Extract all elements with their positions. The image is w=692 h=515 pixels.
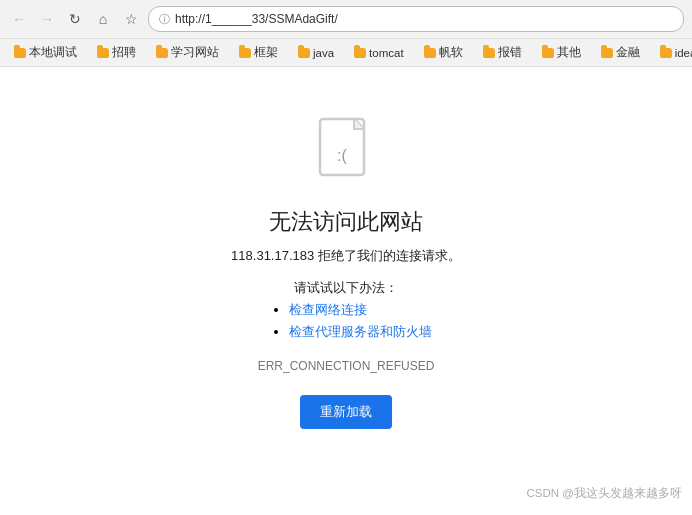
folder-icon bbox=[483, 48, 495, 58]
folder-icon bbox=[660, 48, 672, 58]
bookmark-label: 招聘 bbox=[112, 45, 136, 60]
bookmark-item[interactable]: 招聘 bbox=[91, 43, 142, 62]
folder-icon bbox=[14, 48, 26, 58]
svg-text::(: :( bbox=[337, 147, 347, 164]
home-button[interactable]: ⌂ bbox=[92, 8, 114, 30]
address-bar[interactable]: ⓘ http://1______33/SSMAdaGift/ bbox=[148, 6, 684, 32]
bookmark-label: idea bbox=[675, 47, 692, 59]
back-button[interactable]: ← bbox=[8, 8, 30, 30]
info-icon: ⓘ bbox=[159, 12, 170, 27]
reload-button[interactable]: ↻ bbox=[64, 8, 86, 30]
folder-icon bbox=[97, 48, 109, 58]
bookmark-star-button[interactable]: ☆ bbox=[120, 8, 142, 30]
error-subtitle-post: 拒绝了我们的连接请求。 bbox=[314, 248, 461, 263]
bookmark-label: 报错 bbox=[498, 45, 522, 60]
bookmark-item[interactable]: 本地调试 bbox=[8, 43, 83, 62]
bookmark-item[interactable]: 框架 bbox=[233, 43, 284, 62]
bookmark-label: 本地调试 bbox=[29, 45, 77, 60]
bookmark-label: 框架 bbox=[254, 45, 278, 60]
folder-icon bbox=[156, 48, 168, 58]
error-suggestions-list: 检查网络连接 检查代理服务器和防火墙 bbox=[261, 301, 432, 345]
bookmark-label: tomcat bbox=[369, 47, 404, 59]
folder-icon bbox=[542, 48, 554, 58]
bookmark-label: 帆软 bbox=[439, 45, 463, 60]
suggestion-item-network: 检查网络连接 bbox=[289, 301, 432, 319]
bookmarks-bar: 本地调试招聘学习网站框架javatomcat帆软报错其他金融idea办公 bbox=[0, 38, 692, 66]
bookmark-item[interactable]: 金融 bbox=[595, 43, 646, 62]
bookmark-item[interactable]: 学习网站 bbox=[150, 43, 225, 62]
folder-icon bbox=[239, 48, 251, 58]
nav-bar: ← → ↻ ⌂ ☆ ⓘ http://1______33/SSMAdaGift/ bbox=[0, 0, 692, 38]
address-text: http://1______33/SSMAdaGift/ bbox=[175, 12, 338, 26]
bookmark-item[interactable]: 其他 bbox=[536, 43, 587, 62]
folder-icon bbox=[424, 48, 436, 58]
suggestion-item-proxy: 检查代理服务器和防火墙 bbox=[289, 323, 432, 341]
bookmark-item[interactable]: idea bbox=[654, 45, 692, 61]
check-proxy-link[interactable]: 检查代理服务器和防火墙 bbox=[289, 324, 432, 339]
folder-icon bbox=[298, 48, 310, 58]
error-title: 无法访问此网站 bbox=[269, 207, 423, 237]
reload-page-button[interactable]: 重新加载 bbox=[300, 395, 392, 429]
error-subtitle: 118.31.17.183 拒绝了我们的连接请求。 bbox=[231, 247, 461, 265]
bookmark-label: 金融 bbox=[616, 45, 640, 60]
bookmark-label: 学习网站 bbox=[171, 45, 219, 60]
folder-icon bbox=[354, 48, 366, 58]
browser-chrome: ← → ↻ ⌂ ☆ ⓘ http://1______33/SSMAdaGift/… bbox=[0, 0, 692, 67]
watermark: CSDN @我这头发越来越多呀 bbox=[527, 486, 682, 501]
folder-icon bbox=[601, 48, 613, 58]
error-document-icon: :( bbox=[316, 117, 376, 189]
forward-button[interactable]: → bbox=[36, 8, 58, 30]
bookmark-item[interactable]: java bbox=[292, 45, 340, 61]
check-network-link[interactable]: 检查网络连接 bbox=[289, 302, 367, 317]
error-suggestions-label: 请试试以下办法： bbox=[294, 279, 398, 297]
bookmark-label: java bbox=[313, 47, 334, 59]
page-content: :( 无法访问此网站 118.31.17.183 拒绝了我们的连接请求。 请试试… bbox=[0, 67, 692, 429]
bookmark-item[interactable]: 帆软 bbox=[418, 43, 469, 62]
bookmark-item[interactable]: 报错 bbox=[477, 43, 528, 62]
bookmark-item[interactable]: tomcat bbox=[348, 45, 410, 61]
bookmark-label: 其他 bbox=[557, 45, 581, 60]
error-code: ERR_CONNECTION_REFUSED bbox=[258, 359, 435, 373]
error-ip: 118.31.17.183 bbox=[231, 248, 314, 263]
